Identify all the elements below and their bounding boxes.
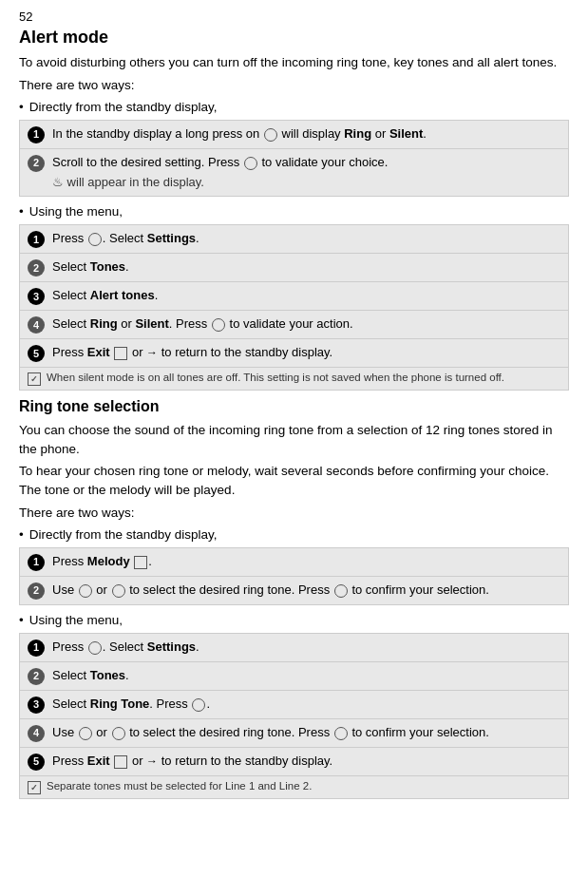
alert-bullet-2: Using the menu,	[19, 204, 569, 219]
alert-direct-box: 1 In the standby display a long press on…	[19, 120, 569, 197]
alert-menu-step-2-text: Select Tones.	[52, 258, 560, 276]
alert-bullet-1: Directly from the standby display,	[19, 100, 569, 114]
note-icon: ✓	[28, 372, 41, 386]
alert-mode-intro1: To avoid disturbing others you can turn …	[19, 53, 569, 72]
melody-icon	[134, 556, 147, 569]
ring-menu-step-5: 5 Press Exit or → to return to the stand…	[20, 748, 568, 776]
ring-note-text: Separate tones must be selected for Line…	[47, 780, 312, 792]
ring-menu-step-1-text: Press . Select Settings.	[52, 639, 560, 656]
step-num-m4: 4	[28, 316, 45, 334]
ring-step-num-2: 2	[28, 582, 45, 600]
square-icon-m5	[114, 347, 127, 360]
alert-menu-box: 1 Press . Select Settings. 2 Select Tone…	[19, 224, 569, 391]
ring-menu-step-5-text: Press Exit or → to return to the standby…	[52, 753, 560, 770]
ring-menu-step-4: 4 Use or to select the desired ring tone…	[20, 719, 568, 748]
alert-direct-step-2-text: Scroll to the desired setting. Press to …	[52, 154, 560, 171]
ring-tone-intro2: To hear your chosen ring tone or melody,…	[19, 462, 569, 499]
step-num-m5: 5	[28, 345, 45, 362]
alert-direct-step-1-text: In the standby display a long press on w…	[52, 125, 560, 143]
step-num-1: 1	[28, 126, 45, 143]
ring-note-icon: ✓	[28, 781, 41, 794]
alert-direct-step-2: 2 Scroll to the desired setting. Press t…	[20, 149, 568, 196]
ring-direct-step-2-text: Use or to select the desired ring tone. …	[52, 582, 560, 599]
alert-menu-step-1: 1 Press . Select Settings.	[20, 225, 568, 254]
ring-menu-step-3-text: Select Ring Tone. Press .	[52, 696, 560, 713]
ring-note-row: ✓ Separate tones must be selected for Li…	[20, 776, 568, 798]
alert-direct-step-2-sub: ♨ will appear in the display.	[28, 174, 204, 191]
circle-icon-rm4b	[112, 727, 125, 740]
circle-icon-r3	[334, 584, 348, 598]
ring-direct-step-1-text: Press Melody .	[52, 553, 560, 570]
step-num-m1: 1	[28, 231, 45, 248]
alert-mode-title: Alert mode	[19, 28, 569, 48]
alert-menu-step-3: 3 Select Alert tones.	[20, 282, 568, 311]
alert-bullet-2-text: Using the menu,	[29, 204, 123, 219]
page-number: 52	[19, 10, 569, 24]
ring-menu-step-4-text: Use or to select the desired ring tone. …	[52, 724, 560, 741]
arrow-icon-rm5: →	[146, 754, 158, 770]
ring-direct-step-2: 2 Use or to select the desired ring tone…	[20, 577, 568, 604]
ring-menu-step-1: 1 Press . Select Settings.	[20, 634, 568, 662]
circle-icon-r1	[79, 584, 92, 598]
ring-menu-num-3: 3	[28, 697, 45, 714]
circle-icon-rm4c	[334, 727, 348, 740]
alert-menu-step-4: 4 Select Ring or Silent. Press to valida…	[20, 311, 568, 339]
circle-icon	[264, 128, 277, 142]
alert-note-row: ✓ When silent mode is on all tones are o…	[20, 368, 568, 390]
alert-menu-step-1-text: Press . Select Settings.	[52, 230, 560, 247]
alert-menu-step-4-text: Select Ring or Silent. Press to validate…	[52, 315, 560, 333]
square-icon-rm5	[114, 755, 127, 769]
ring-tone-intro1: You can choose the sound of the incoming…	[19, 421, 569, 458]
circle-icon-m4	[212, 318, 225, 332]
ring-menu-step-3: 3 Select Ring Tone. Press .	[20, 691, 568, 719]
ring-bullet-1: Directly from the standby display,	[19, 527, 569, 542]
step-num-2: 2	[28, 155, 45, 172]
step-num-m2: 2	[28, 259, 45, 277]
ring-menu-num-5: 5	[28, 754, 45, 771]
ring-menu-num-4: 4	[28, 725, 45, 742]
ring-menu-num-1: 1	[28, 639, 45, 657]
circle-icon-2	[244, 157, 257, 170]
alert-note-text: When silent mode is on all tones are off…	[47, 372, 504, 383]
ring-menu-step-2: 2 Select Tones.	[20, 662, 568, 691]
ring-direct-box: 1 Press Melody . 2 Use or to select the …	[19, 547, 569, 605]
arrow-icon-m5: →	[146, 345, 158, 361]
circle-icon-rm4a	[79, 727, 92, 740]
ring-tone-title: Ring tone selection	[19, 398, 569, 415]
circle-icon-rm1	[88, 641, 102, 655]
alert-menu-step-5: 5 Press Exit or → to return to the stand…	[20, 339, 568, 368]
alert-direct-step-1: 1 In the standby display a long press on…	[20, 121, 568, 149]
ring-menu-step-2-text: Select Tones.	[52, 667, 560, 684]
ring-tone-intro3: There are two ways:	[19, 504, 569, 523]
ring-bullet-1-text: Directly from the standby display,	[29, 527, 218, 542]
circle-icon-rm3	[192, 698, 205, 712]
ring-direct-step-1: 1 Press Melody .	[20, 548, 568, 577]
alert-menu-step-2: 2 Select Tones.	[20, 254, 568, 282]
ring-bullet-2: Using the menu,	[19, 613, 569, 627]
alert-mode-intro2: There are two ways:	[19, 76, 569, 95]
ring-menu-box: 1 Press . Select Settings. 2 Select Tone…	[19, 633, 569, 799]
alert-menu-step-5-text: Press Exit or → to return to the standby…	[52, 344, 560, 361]
circle-icon-m1	[88, 233, 102, 246]
ring-menu-num-2: 2	[28, 668, 45, 685]
step-num-m3: 3	[28, 288, 45, 305]
ring-step-num-1: 1	[28, 554, 45, 571]
circle-icon-r2	[112, 584, 125, 598]
ring-bullet-2-text: Using the menu,	[29, 613, 123, 627]
alert-bullet-1-text: Directly from the standby display,	[29, 100, 218, 114]
alert-menu-step-3-text: Select Alert tones.	[52, 287, 560, 304]
